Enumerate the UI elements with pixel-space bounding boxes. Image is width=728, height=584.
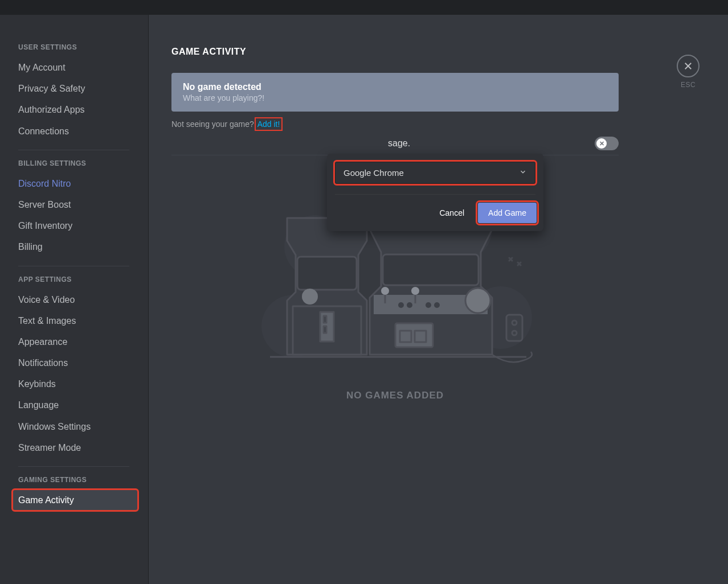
add-game-button[interactable]: Add Game [478, 203, 537, 223]
sidebar-heading-user-settings: USER SETTINGS [18, 43, 141, 51]
close-icon[interactable] [677, 55, 700, 77]
add-game-popover: Google Chrome Cancel Add Game [327, 154, 543, 231]
svg-rect-12 [297, 257, 357, 290]
sidebar-item-privacy-safety[interactable]: Privacy & Safety [18, 78, 141, 99]
sidebar-item-streamer-mode[interactable]: Streamer Mode [18, 437, 141, 458]
sidebar-heading-app-settings: APP SETTINGS [18, 275, 141, 283]
svg-point-23 [411, 287, 419, 295]
svg-rect-15 [324, 316, 326, 323]
banner-subtitle: What are you playing?! [183, 93, 607, 102]
svg-point-28 [434, 302, 440, 308]
sidebar-heading-billing-settings: BILLING SETTINGS [18, 159, 141, 167]
sidebar-item-language[interactable]: Language [18, 394, 141, 416]
settings-sidebar: USER SETTINGS My Account Privacy & Safet… [0, 15, 149, 584]
sidebar-item-game-activity[interactable]: Game Activity [13, 490, 138, 511]
sidebar-item-windows-settings[interactable]: Windows Settings [18, 416, 141, 437]
sidebar-divider [18, 466, 129, 467]
svg-point-32 [465, 288, 490, 313]
svg-rect-19 [383, 254, 478, 285]
svg-point-27 [426, 302, 431, 308]
page-title: GAME ACTIVITY [171, 47, 705, 57]
cancel-button[interactable]: Cancel [436, 203, 468, 223]
svg-point-17 [302, 289, 318, 305]
status-message-fragment: sage. [171, 138, 410, 149]
sidebar-item-discord-nitro[interactable]: Discord Nitro [18, 173, 141, 194]
no-game-banner: No game detected What are you playing?! [171, 73, 619, 112]
add-it-link[interactable]: Add it! [256, 119, 281, 129]
close-label: ESC [677, 81, 700, 89]
close-icon: ✕ [596, 138, 607, 149]
sidebar-item-text-images[interactable]: Text & Images [18, 310, 141, 331]
game-select-dropdown[interactable]: Google Chrome [335, 162, 535, 184]
svg-rect-16 [324, 326, 326, 333]
close-settings[interactable]: ESC [677, 55, 700, 89]
sidebar-item-my-account[interactable]: My Account [18, 57, 141, 78]
sidebar-item-server-boost[interactable]: Server Boost [18, 194, 141, 215]
sidebar-item-authorized-apps[interactable]: Authorized Apps [18, 99, 141, 120]
sidebar-item-voice-video[interactable]: Voice & Video [18, 289, 141, 310]
hint-prefix: Not seeing your game? [171, 120, 256, 129]
add-game-hint: Not seeing your game? Add it! [171, 120, 705, 129]
sidebar-heading-gaming-settings: GAMING SETTINGS [18, 476, 141, 484]
window-titlebar [0, 0, 728, 15]
banner-title: No game detected [183, 82, 607, 92]
svg-point-21 [381, 287, 389, 295]
svg-point-25 [398, 302, 404, 308]
sidebar-item-appearance[interactable]: Appearance [18, 331, 141, 352]
no-games-added-label: NO GAMES ADDED [171, 390, 619, 401]
chevron-down-icon [519, 168, 527, 178]
svg-rect-33 [506, 315, 522, 341]
sidebar-item-connections[interactable]: Connections [18, 121, 141, 142]
sidebar-item-keybinds[interactable]: Keybinds [18, 373, 141, 394]
sidebar-divider [18, 266, 129, 266]
svg-point-26 [407, 302, 412, 308]
sidebar-item-billing[interactable]: Billing [18, 236, 141, 257]
settings-content: ESC GAME ACTIVITY No game detected What … [149, 15, 728, 584]
status-toggle[interactable]: ✕ [595, 137, 619, 150]
sidebar-item-gift-inventory[interactable]: Gift Inventory [18, 215, 141, 236]
sidebar-item-notifications[interactable]: Notifications [18, 352, 141, 373]
sidebar-divider [18, 150, 129, 150]
selected-game-label: Google Chrome [343, 168, 404, 178]
